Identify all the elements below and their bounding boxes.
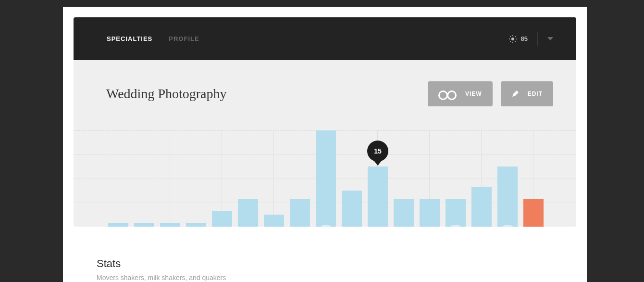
title-row: Wedding Photography VIEW EDIT	[74, 60, 576, 106]
chart-bar[interactable]	[108, 223, 128, 227]
chart-bar[interactable]	[238, 199, 258, 227]
header-bar: SPECIALTIES PROFILE 85	[74, 17, 576, 60]
header-actions: 85	[509, 32, 553, 46]
nav-profile[interactable]: PROFILE	[169, 35, 199, 42]
bar-chart: 15	[74, 130, 576, 227]
chart-bar[interactable]	[212, 211, 232, 227]
chart-bar[interactable]	[394, 199, 414, 227]
pencil-icon	[511, 90, 519, 98]
edit-button-label: EDIT	[528, 90, 543, 97]
action-buttons: VIEW EDIT	[428, 81, 553, 106]
stats-section: Stats Movers shakers, milk shakers, and …	[74, 227, 576, 282]
app-frame: SPECIALTIES PROFILE 85	[63, 7, 587, 282]
chart-bar[interactable]	[420, 199, 440, 227]
sun-icon	[509, 36, 516, 42]
chart-bar[interactable]	[446, 199, 466, 227]
chart-bar[interactable]	[186, 223, 206, 227]
temperature-value: 85	[521, 35, 528, 42]
chart-bar[interactable]	[316, 130, 336, 227]
glasses-icon	[438, 90, 457, 97]
thumbs-up-icon	[317, 225, 334, 227]
chart-bar[interactable]	[134, 223, 154, 227]
chevron-down-icon[interactable]	[547, 37, 553, 40]
edit-button[interactable]: EDIT	[501, 81, 553, 106]
weather-widget: 85	[509, 35, 528, 42]
stats-subheading: Movers shakers, milk shakers, and quaker…	[97, 274, 553, 282]
chart-bars: 15	[108, 130, 576, 227]
pencil-icon	[499, 225, 516, 227]
nav-specialties[interactable]: SPECIALTIES	[107, 35, 152, 42]
header-nav: SPECIALTIES PROFILE	[107, 35, 199, 42]
chart-bar[interactable]	[342, 191, 362, 227]
chart-bar[interactable]	[523, 199, 544, 227]
chart-bar[interactable]	[264, 215, 284, 227]
page-title: Wedding Photography	[106, 86, 227, 102]
main-panel: SPECIALTIES PROFILE 85	[74, 17, 576, 227]
bird-icon	[447, 225, 464, 227]
header-divider	[537, 32, 538, 46]
view-button-label: VIEW	[465, 90, 482, 97]
chart-bar[interactable]	[160, 223, 180, 227]
chart-bar[interactable]: 15	[368, 167, 388, 227]
chart-tooltip: 15	[367, 141, 388, 162]
chart-bar[interactable]	[290, 199, 310, 227]
chart-bar[interactable]	[497, 167, 518, 227]
stats-heading: Stats	[97, 257, 553, 270]
view-button[interactable]: VIEW	[428, 81, 493, 106]
chart-bar[interactable]	[471, 187, 492, 227]
